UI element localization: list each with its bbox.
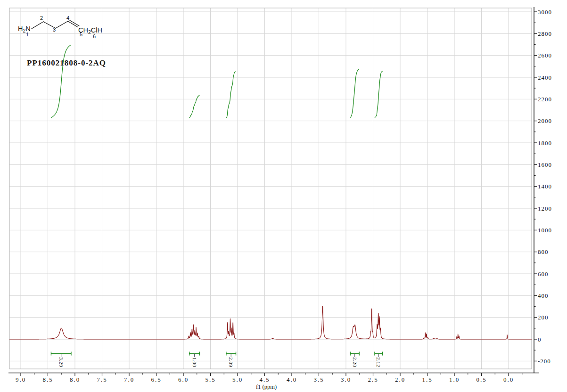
integral-value-label: 1.00 bbox=[192, 357, 197, 367]
nmr-spectrum-plot[interactable]: 3.291.002.092.202.12 9.08.58.07.57.06.56… bbox=[0, 0, 567, 392]
y-axis-tick-label: 1000 bbox=[538, 227, 552, 234]
bond-line bbox=[32, 22, 43, 29]
y-axis-tick-label: 1600 bbox=[538, 161, 552, 168]
y-axis-tick-label: 800 bbox=[538, 248, 549, 255]
x-axis-tick-label: 1.5 bbox=[422, 376, 432, 383]
x-axis-tick-label: 4.5 bbox=[259, 376, 270, 383]
x-axis-tick-label: 5.5 bbox=[205, 376, 215, 383]
integral-curve bbox=[51, 45, 71, 118]
y-axis-tick-label: 600 bbox=[538, 270, 549, 278]
y-axis-tick-label: 2400 bbox=[538, 74, 552, 81]
bond-line bbox=[56, 21, 68, 28]
y-axis-tick-label: 400 bbox=[538, 292, 549, 299]
molecule-structure: H2NCH2ClH123456 bbox=[18, 15, 102, 39]
y-axis: 3000280026002400220020001800160014001200… bbox=[534, 7, 552, 373]
atom-number-label: 1 bbox=[26, 32, 29, 37]
spectrum-trace bbox=[9, 306, 532, 339]
spectrum-line bbox=[9, 306, 532, 339]
integral-curve bbox=[226, 72, 236, 118]
y-axis-tick-label: 1800 bbox=[538, 139, 552, 147]
integral-brackets: 3.291.002.092.202.12 bbox=[51, 352, 382, 368]
x-axis-tick-label: 9.0 bbox=[16, 376, 26, 383]
y-axis-tick-label: 2600 bbox=[538, 52, 552, 59]
x-axis-tick-label: 3.0 bbox=[341, 376, 351, 383]
atom-number-label: 2 bbox=[40, 15, 43, 21]
integral-curve bbox=[189, 95, 200, 118]
x-axis-tick-label: 7.0 bbox=[124, 376, 134, 383]
integral-curve bbox=[350, 69, 359, 118]
y-axis-tick-label: 3000 bbox=[538, 8, 552, 16]
integral-curve bbox=[375, 71, 383, 118]
atom-number-label: 5 bbox=[80, 32, 82, 37]
x-axis-tick-label: 7.5 bbox=[97, 376, 107, 383]
y-axis-tick-label: 1400 bbox=[538, 183, 552, 190]
nmr-application-canvas: 3.291.002.092.202.12 9.08.58.07.57.06.56… bbox=[0, 0, 567, 392]
integral-value-label: 2.09 bbox=[228, 357, 234, 367]
x-axis-tick-label: 3.5 bbox=[313, 376, 324, 383]
x-axis-tick-label: 5.0 bbox=[232, 376, 243, 383]
integral-value-label: 3.29 bbox=[58, 357, 64, 367]
x-axis: 9.08.58.07.57.06.56.05.55.04.54.03.53.02… bbox=[8, 373, 539, 390]
atom-number-label: 6 bbox=[93, 33, 96, 39]
x-axis-tick-label: 2.0 bbox=[395, 376, 405, 383]
x-axis-tick-label: 4.0 bbox=[287, 376, 297, 383]
x-axis-tick-label: 8.5 bbox=[42, 376, 53, 383]
y-axis-tick-label: -200 bbox=[538, 358, 551, 365]
y-axis-tick-label: 1200 bbox=[538, 205, 552, 212]
integral-curves bbox=[51, 45, 382, 118]
sample-id-label: PP160021808-0-2AQ bbox=[27, 58, 106, 67]
atom-number-label: 3 bbox=[53, 27, 56, 33]
integral-value-label: 2.12 bbox=[376, 357, 381, 367]
x-axis-tick-label: 8.0 bbox=[70, 376, 80, 383]
x-axis-tick-label: 2.5 bbox=[368, 376, 378, 383]
x-axis-tick-label: 6.0 bbox=[178, 376, 189, 383]
x-axis-tick-label: 0.0 bbox=[503, 376, 514, 383]
atom-number-label: 4 bbox=[66, 15, 69, 21]
y-axis-tick-label: 2800 bbox=[538, 30, 552, 37]
y-axis-tick-label: 2200 bbox=[538, 96, 552, 103]
x-axis-tick-label: 1.0 bbox=[449, 376, 460, 383]
x-axis-tick-label: 0.5 bbox=[476, 376, 486, 383]
integral-value-label: 2.20 bbox=[352, 357, 358, 367]
y-axis-tick-label: 2000 bbox=[538, 117, 552, 124]
y-axis-tick-label: 200 bbox=[538, 314, 549, 321]
x-axis-title: f1 (ppm) bbox=[256, 384, 277, 390]
y-axis-tick-label: 0 bbox=[538, 336, 542, 343]
x-axis-tick-label: 6.5 bbox=[151, 376, 161, 383]
